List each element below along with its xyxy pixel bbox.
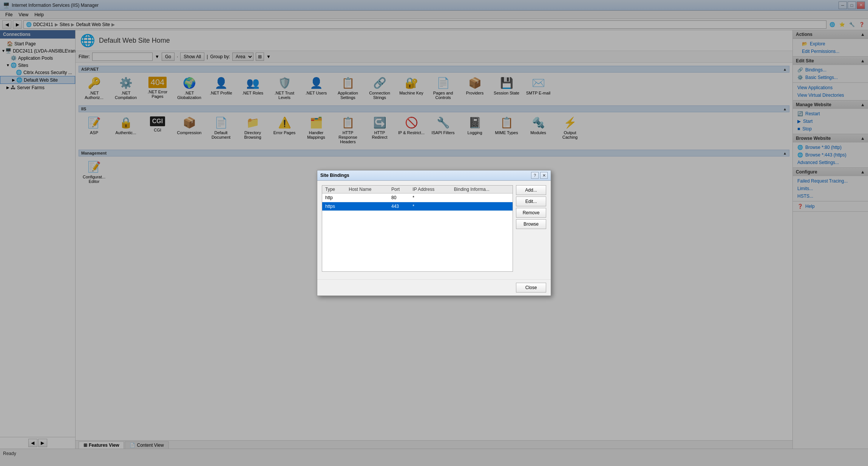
binding-ip-https: * <box>409 202 451 211</box>
binding-hostname-https <box>346 202 388 211</box>
col-ipaddress: IP Address <box>409 186 451 194</box>
modal-titlebar: Site Bindings ? ✕ <box>317 170 551 181</box>
modal-close-button[interactable]: Close <box>516 283 546 293</box>
binding-type-https: https <box>322 202 346 211</box>
modal-help-btn[interactable]: ? <box>531 172 539 179</box>
binding-info-https <box>451 202 513 211</box>
binding-port-http: 80 <box>388 194 409 202</box>
col-port: Port <box>388 186 409 194</box>
modal-overlay: Site Bindings ? ✕ Type Host Name <box>0 0 868 458</box>
binding-row-http[interactable]: http 80 * <box>322 194 513 202</box>
modal-action-buttons: Add... Edit... Remove Browse <box>516 185 546 229</box>
col-hostname: Host Name <box>346 186 388 194</box>
bindings-table-container: Type Host Name Port IP Address Binding I… <box>322 185 513 275</box>
col-type: Type <box>322 186 346 194</box>
binding-port-https: 443 <box>388 202 409 211</box>
modal-footer: Close <box>317 279 551 296</box>
binding-ip-http: * <box>409 194 451 202</box>
modal-content: Type Host Name Port IP Address Binding I… <box>317 181 551 279</box>
binding-info-http <box>451 194 513 202</box>
site-bindings-dialog: Site Bindings ? ✕ Type Host Name <box>317 170 551 296</box>
bindings-table-wrapper: Type Host Name Port IP Address Binding I… <box>322 185 513 272</box>
col-binding-info: Binding Informa... <box>451 186 513 194</box>
bindings-empty-area <box>322 211 513 271</box>
browse-binding-button[interactable]: Browse <box>516 219 546 229</box>
binding-row-https[interactable]: https 443 * <box>322 202 513 211</box>
binding-hostname-http <box>346 194 388 202</box>
bindings-table: Type Host Name Port IP Address Binding I… <box>322 186 513 211</box>
binding-type-http: http <box>322 194 346 202</box>
remove-binding-button[interactable]: Remove <box>516 208 546 218</box>
modal-close-btn[interactable]: ✕ <box>540 172 548 179</box>
modal-title: Site Bindings <box>320 173 349 178</box>
edit-binding-button[interactable]: Edit... <box>516 197 546 206</box>
add-binding-button[interactable]: Add... <box>516 185 546 195</box>
